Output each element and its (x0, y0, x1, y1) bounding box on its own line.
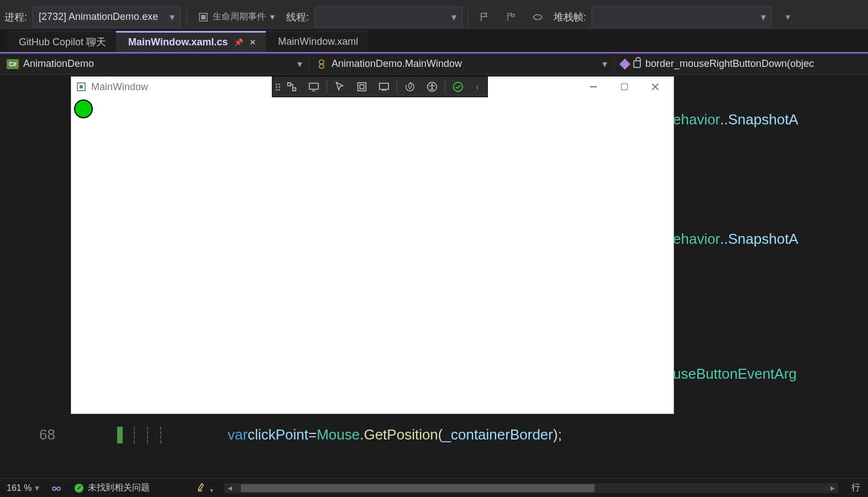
goto-live-visual-tree-button[interactable] (281, 77, 302, 96)
app-title-text: MainWindow (91, 81, 148, 93)
green-ball[interactable] (74, 100, 93, 118)
pin-icon[interactable]: 📌 (234, 38, 243, 46)
method-icon (619, 59, 630, 70)
editor-status-bar: 161 % ▾ ✓ 未找到相关问题 ▾ ◂ ▸ 行 (0, 478, 868, 497)
overflow-icon: ▾ (786, 12, 790, 22)
toggle-runtime-tools-button[interactable] (303, 77, 324, 96)
svg-point-10 (57, 487, 60, 490)
scroll-left-arrow-icon[interactable]: ◂ (224, 483, 235, 493)
maximize-button[interactable] (612, 79, 637, 95)
accessibility-button[interactable] (422, 77, 443, 96)
tab-label: MainWindow.xaml.cs (128, 36, 228, 48)
debug-toolbar: 进程: [2732] AnimationDemo.exe ▾ 生命周期事件 ▾ … (0, 4, 868, 30)
svg-rect-1 (201, 15, 206, 19)
show-threads-button[interactable] (527, 7, 548, 28)
display-layout-adorners-button[interactable] (351, 77, 372, 96)
code-line-68: 68 var clickPoint = Mouse . GetPosition … (0, 426, 562, 443)
separator (397, 80, 397, 94)
app-icon (77, 82, 86, 91)
indent-guide (134, 427, 135, 443)
chevron-down-icon: ▾ (761, 11, 766, 23)
caret-line-label: 行 (844, 482, 868, 494)
chevron-down-icon: ▾ (602, 58, 607, 70)
tab-mainwindow-xaml-cs[interactable]: MainWindow.xaml.cs 📌 ✕ (116, 31, 266, 52)
tab-mainwindow-xaml[interactable]: MainWindow.xaml (266, 31, 368, 52)
running-app-window[interactable]: MainWindow (71, 76, 674, 414)
xaml-diagnostics-toolbar[interactable]: ‹ (272, 76, 488, 97)
nav-class-label: AnimationDemo.MainWindow (332, 58, 462, 70)
check-circle-icon: ✓ (75, 484, 83, 493)
separator (468, 8, 469, 26)
tab-label: GitHub Copilot 聊天 (19, 35, 106, 49)
separator (186, 8, 187, 26)
error-list-summary[interactable]: ✓ 未找到相关问题 (67, 482, 157, 494)
zoom-dropdown[interactable]: 161 % ▾ (0, 483, 46, 493)
code-fragment: ehavior..SnapshotA (673, 111, 798, 128)
minimize-icon (590, 86, 597, 87)
process-label: 进程: (4, 11, 27, 24)
close-tab-icon[interactable]: ✕ (250, 38, 256, 46)
svg-rect-4 (360, 85, 364, 88)
svg-point-9 (52, 487, 56, 490)
svg-rect-2 (309, 83, 319, 90)
accessibility-icon (426, 81, 438, 93)
svg-rect-3 (358, 83, 366, 91)
chevron-down-icon: ▾ (170, 11, 175, 23)
horizontal-scrollbar[interactable]: ◂ ▸ (224, 483, 838, 493)
grip-handle[interactable] (275, 82, 280, 92)
process-dropdown[interactable]: [2732] AnimationDemo.exe ▾ (33, 7, 181, 28)
thread-label: 线程: (286, 11, 309, 24)
nav-class-dropdown[interactable]: AnimationDemo.MainWindow ▾ (309, 54, 614, 74)
chevron-down-icon: ▾ (270, 12, 275, 22)
monitor-icon (308, 81, 320, 93)
close-button[interactable] (643, 79, 668, 95)
chevron-left-icon: ‹ (476, 82, 478, 92)
xaml-binding-status-button[interactable] (448, 77, 469, 96)
toggle-health-indicator-button[interactable] (46, 478, 67, 498)
nav-member-label: border_mouseRightButtonDown(objec (645, 58, 814, 70)
maximize-icon (621, 83, 628, 90)
lock-icon (633, 60, 641, 68)
svg-point-8 (454, 82, 463, 92)
scrollbar-thumb[interactable] (241, 484, 595, 492)
code-navigator-bar: C# AnimationDemo ▾ AnimationDemo.MainWin… (0, 54, 868, 75)
thread-dropdown[interactable]: ▾ (314, 7, 462, 28)
code-editor[interactable]: ehavior..SnapshotA ehavior..SnapshotA us… (0, 75, 868, 480)
pointer-icon (334, 81, 346, 93)
nav-project-label: AnimationDemo (23, 58, 94, 70)
chevron-down-icon: ▾ (210, 486, 213, 494)
nav-member-dropdown[interactable]: border_mouseRightButtonDown(objec (614, 54, 868, 74)
flags-icon (506, 12, 516, 22)
hot-reload-button[interactable] (399, 77, 420, 96)
check-circle-icon (452, 81, 464, 93)
collapse-toolbar-button[interactable]: ‹ (470, 77, 485, 96)
minimize-button[interactable] (581, 79, 606, 95)
brush-icon (196, 482, 207, 493)
upper-toolbar-sliver (0, 0, 868, 4)
glasses-icon (51, 483, 61, 493)
separator (327, 80, 327, 94)
hot-reload-icon (404, 81, 416, 93)
stackframe-label: 堆栈帧: (554, 11, 586, 24)
focus-icon (378, 81, 390, 93)
tab-copilot-chat[interactable]: GitHub Copilot 聊天 (7, 31, 116, 52)
flags-icon-button[interactable] (501, 7, 522, 28)
nav-project-dropdown[interactable]: C# AnimationDemo ▾ (0, 54, 309, 74)
scroll-right-arrow-icon[interactable]: ▸ (827, 483, 838, 493)
flag-icon (480, 12, 490, 22)
close-icon (651, 83, 659, 91)
select-element-button[interactable] (329, 77, 350, 96)
track-focused-element-button[interactable] (373, 77, 394, 96)
chevron-down-icon: ▾ (451, 11, 456, 23)
lifecycle-events-button[interactable]: 生命周期事件 ▾ (192, 7, 281, 28)
cleanup-button[interactable]: ▾ (191, 482, 218, 495)
toolbar-overflow-button[interactable]: ▾ (777, 7, 798, 28)
code-fragment: ehavior..SnapshotA (673, 231, 798, 248)
stackframe-dropdown[interactable]: ▾ (592, 7, 772, 28)
chevron-down-icon: ▾ (35, 483, 39, 493)
app-client-area[interactable] (71, 97, 674, 414)
layout-icon (356, 81, 368, 93)
flag-icon-button[interactable] (474, 7, 495, 28)
tab-label: MainWindow.xaml (278, 36, 358, 48)
issues-text: 未找到相关问题 (88, 482, 150, 494)
